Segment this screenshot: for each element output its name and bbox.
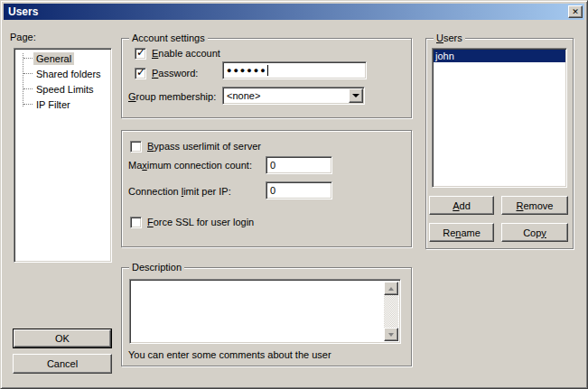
add-button[interactable]: Add xyxy=(429,196,494,215)
close-button[interactable]: ✕ xyxy=(568,5,583,18)
max-connection-count-value: 0 xyxy=(270,160,275,171)
tree-item-label[interactable]: General xyxy=(33,52,74,65)
enable-account-checkbox-row[interactable]: ✓ Enable account xyxy=(135,47,220,60)
user-list-item[interactable]: john xyxy=(434,50,565,62)
force-ssl-checkbox[interactable]: ✓ xyxy=(130,217,142,228)
checkmark-icon: ✓ xyxy=(136,46,145,59)
rename-button[interactable]: Rename xyxy=(429,223,494,242)
scroll-down-icon xyxy=(388,333,394,337)
tree-item-shared-folders[interactable]: Shared folders xyxy=(16,66,109,81)
page-tree: General Shared folders Speed Limits IP F… xyxy=(14,48,112,263)
chevron-down-icon xyxy=(352,94,359,97)
force-ssl-label: Force SSL for user login xyxy=(147,217,254,227)
tree-item-speed-limits[interactable]: Speed Limits xyxy=(16,81,109,97)
tree-item-label[interactable]: Shared folders xyxy=(33,68,104,80)
scroll-up-button[interactable] xyxy=(384,282,398,295)
group-membership-select[interactable]: <none> xyxy=(222,87,365,105)
max-connection-count-label: Maximum connection count: xyxy=(128,160,252,171)
group-membership-label: Group membership: xyxy=(128,91,216,103)
tree-item-label[interactable]: IP Filter xyxy=(33,98,73,111)
copy-button[interactable]: Copy xyxy=(501,223,568,242)
group-membership-value: <none> xyxy=(227,90,260,101)
user-name: john xyxy=(435,51,454,61)
page-label: Page: xyxy=(10,32,36,43)
checkmark-icon: ✓ xyxy=(136,66,145,79)
users-listbox[interactable]: john xyxy=(432,48,567,188)
description-hint: You can enter some comments about the us… xyxy=(128,349,331,361)
bypass-userlimit-checkbox[interactable]: ✓ xyxy=(130,141,142,153)
title-bar[interactable]: Users ✕ xyxy=(4,4,584,20)
connection-limit-per-ip-label: Connection limit per IP: xyxy=(128,186,231,198)
window-title: Users xyxy=(8,5,38,18)
tree-item-general[interactable]: General xyxy=(16,51,109,66)
bypass-userlimit-checkbox-row[interactable]: ✓ Bypass userlimit of server xyxy=(130,140,261,153)
ok-button[interactable]: OK xyxy=(14,329,111,347)
max-connection-count-input[interactable]: 0 xyxy=(266,156,332,174)
enable-account-label: Enable account xyxy=(152,48,220,59)
enable-account-checkbox[interactable]: ✓ xyxy=(135,48,146,60)
password-checkbox[interactable]: ✓ xyxy=(135,68,146,79)
description-scrollbar[interactable] xyxy=(384,282,398,341)
password-label: Password: xyxy=(152,68,198,79)
bypass-userlimit-label: Bypass userlimit of server xyxy=(147,141,261,152)
description-textarea[interactable] xyxy=(129,279,401,344)
description-title: Description xyxy=(129,262,184,273)
close-icon: ✕ xyxy=(572,8,579,16)
users-dialog: Users ✕ Page: General Shared folders Spe… xyxy=(0,0,588,389)
force-ssl-checkbox-row[interactable]: ✓ Force SSL for user login xyxy=(130,216,254,228)
account-settings-title: Account settings xyxy=(129,32,208,44)
password-input[interactable]: ●●●●●● xyxy=(222,61,367,79)
scroll-up-icon xyxy=(388,287,394,291)
tree-item-label[interactable]: Speed Limits xyxy=(33,83,97,96)
scroll-down-button[interactable] xyxy=(384,328,398,341)
dropdown-button[interactable] xyxy=(349,88,363,103)
ok-button-ring: OK xyxy=(13,329,112,348)
remove-button[interactable]: Remove xyxy=(501,196,568,215)
password-value: ●●●●●● xyxy=(227,66,267,75)
password-checkbox-row[interactable]: ✓ Password: xyxy=(135,67,198,79)
cancel-button[interactable]: Cancel xyxy=(13,354,112,374)
text-caret xyxy=(267,65,268,76)
tree-item-ip-filter[interactable]: IP Filter xyxy=(16,97,109,112)
users-group-title: Users xyxy=(434,32,465,44)
connection-limit-per-ip-input[interactable]: 0 xyxy=(266,181,332,199)
connection-limit-per-ip-value: 0 xyxy=(270,185,275,196)
